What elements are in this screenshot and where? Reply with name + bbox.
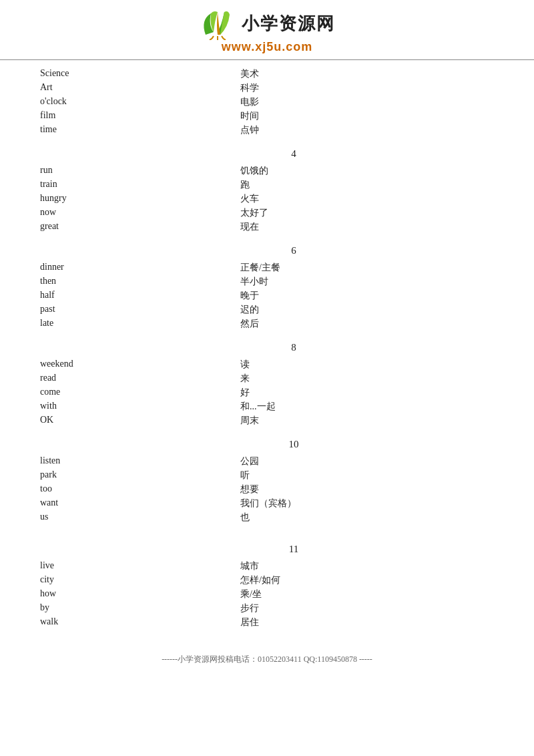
word-row: run饥饿的 bbox=[40, 165, 494, 177]
chinese-word-0-3: 时间 bbox=[187, 110, 259, 122]
word-row: by步行 bbox=[40, 602, 494, 614]
chinese-word-5-2: 乘/坐 bbox=[187, 588, 262, 600]
page-header: 小学资源网 www.xj5u.com bbox=[0, 0, 534, 60]
logo-leaf-icon bbox=[199, 7, 239, 40]
word-row: with和...一起 bbox=[40, 401, 494, 413]
logo-url: www.xj5u.com bbox=[222, 40, 312, 54]
word-row: late然后 bbox=[40, 318, 494, 330]
word-row: now太好了 bbox=[40, 207, 494, 219]
chinese-word-1-0: 饥饿的 bbox=[187, 165, 268, 177]
main-content: Science美术Art科学o'clock电影film时间time点钟4run饥… bbox=[0, 60, 534, 679]
word-row: how乘/坐 bbox=[40, 588, 494, 600]
english-word-0-3: film bbox=[40, 110, 187, 122]
chinese-word-1-3: 太好了 bbox=[187, 207, 268, 219]
chinese-word-5-4: 居住 bbox=[187, 616, 259, 628]
word-row: park听 bbox=[40, 469, 494, 482]
english-word-4-2: too bbox=[40, 484, 187, 496]
chinese-word-0-4: 点钟 bbox=[187, 124, 259, 136]
chinese-word-3-1: 来 bbox=[187, 373, 250, 385]
english-word-0-4: time bbox=[40, 124, 187, 136]
chinese-word-1-1: 跑 bbox=[187, 179, 250, 191]
english-word-5-2: how bbox=[40, 588, 187, 600]
word-row: read来 bbox=[40, 373, 494, 385]
word-row: Science美术 bbox=[40, 68, 494, 80]
section-4: 10listen公园park听too想要want我们（宾格）us也 bbox=[40, 439, 494, 524]
logo-top: 小学资源网 bbox=[199, 7, 335, 40]
chinese-word-2-1: 半小时 bbox=[187, 276, 268, 288]
chinese-word-5-1: 怎样/如何 bbox=[187, 574, 280, 586]
section-3: 8weekend读read来come好with和...一起OK周末 bbox=[40, 342, 494, 427]
chinese-word-3-4: 周末 bbox=[187, 415, 259, 427]
english-word-0-0: Science bbox=[40, 68, 187, 80]
english-word-4-4: us bbox=[40, 512, 187, 524]
chinese-word-0-0: 美术 bbox=[187, 68, 259, 80]
word-row: OK周末 bbox=[40, 415, 494, 427]
chinese-word-3-0: 读 bbox=[187, 359, 250, 371]
english-word-1-4: great bbox=[40, 221, 187, 233]
english-word-1-2: hungry bbox=[40, 193, 187, 205]
english-word-4-1: park bbox=[40, 469, 187, 482]
section-0: Science美术Art科学o'clock电影film时间time点钟 bbox=[40, 68, 494, 136]
word-row: then半小时 bbox=[40, 276, 494, 288]
word-row: live城市 bbox=[40, 560, 494, 572]
chinese-word-0-2: 电影 bbox=[187, 96, 259, 108]
chinese-word-4-2: 想要 bbox=[187, 484, 259, 496]
word-row: come好 bbox=[40, 387, 494, 399]
section-2: 6dinner正餐/主餐then半小时half晚于past迟的late然后 bbox=[40, 245, 494, 330]
english-word-2-4: late bbox=[40, 318, 187, 330]
page-footer: ------小学资源网投稿电话：01052203411 QQ:110945087… bbox=[40, 648, 494, 665]
english-word-3-2: come bbox=[40, 387, 187, 399]
word-row: time点钟 bbox=[40, 124, 494, 136]
english-word-5-0: live bbox=[40, 560, 187, 572]
word-row: too想要 bbox=[40, 484, 494, 496]
english-word-2-3: past bbox=[40, 304, 187, 316]
chinese-word-2-3: 迟的 bbox=[187, 304, 259, 316]
english-word-0-1: Art bbox=[40, 82, 187, 94]
english-word-3-3: with bbox=[40, 401, 187, 413]
chinese-word-2-0: 正餐/主餐 bbox=[187, 262, 280, 274]
english-word-3-0: weekend bbox=[40, 359, 187, 371]
chinese-word-5-0: 城市 bbox=[187, 560, 259, 572]
chinese-word-1-4: 现在 bbox=[187, 221, 259, 233]
chinese-word-4-1: 听 bbox=[187, 469, 250, 482]
word-row: want我们（宾格） bbox=[40, 498, 494, 510]
word-row: hungry火车 bbox=[40, 193, 494, 205]
word-row: train跑 bbox=[40, 179, 494, 191]
section-5: 11live城市city怎样/如何how乘/坐by步行walk居住 bbox=[40, 544, 494, 628]
word-row: past迟的 bbox=[40, 304, 494, 316]
word-row: half晚于 bbox=[40, 290, 494, 302]
word-row: Art科学 bbox=[40, 82, 494, 94]
english-word-4-3: want bbox=[40, 498, 187, 510]
chinese-word-3-3: 和...一起 bbox=[187, 401, 276, 413]
chinese-word-2-4: 然后 bbox=[187, 318, 259, 330]
chinese-word-0-1: 科学 bbox=[187, 82, 259, 94]
english-word-3-4: OK bbox=[40, 415, 187, 427]
section-number-4: 10 bbox=[93, 439, 494, 450]
english-word-2-1: then bbox=[40, 276, 187, 288]
english-word-3-1: read bbox=[40, 373, 187, 385]
chinese-word-2-2: 晚于 bbox=[187, 290, 259, 302]
word-row: dinner正餐/主餐 bbox=[40, 262, 494, 274]
section-number-5: 11 bbox=[93, 544, 494, 555]
word-row: listen公园 bbox=[40, 455, 494, 467]
word-row: city怎样/如何 bbox=[40, 574, 494, 586]
word-row: us也 bbox=[40, 512, 494, 524]
section-1: 4run饥饿的train跑hungry火车now太好了great现在 bbox=[40, 148, 494, 233]
word-row: film时间 bbox=[40, 110, 494, 122]
chinese-word-5-3: 步行 bbox=[187, 602, 259, 614]
word-row: walk居住 bbox=[40, 616, 494, 628]
english-word-4-0: listen bbox=[40, 455, 187, 467]
chinese-word-3-2: 好 bbox=[187, 387, 250, 399]
logo-title: 小学资源网 bbox=[242, 12, 335, 35]
english-word-5-3: by bbox=[40, 602, 187, 614]
english-word-5-1: city bbox=[40, 574, 187, 586]
chinese-word-1-2: 火车 bbox=[187, 193, 259, 205]
word-row: great现在 bbox=[40, 221, 494, 233]
english-word-1-3: now bbox=[40, 207, 187, 219]
english-word-2-2: half bbox=[40, 290, 187, 302]
chinese-word-4-3: 我们（宾格） bbox=[187, 498, 296, 510]
english-word-1-0: run bbox=[40, 165, 187, 177]
word-row: o'clock电影 bbox=[40, 96, 494, 108]
english-word-5-4: walk bbox=[40, 616, 187, 628]
section-number-2: 6 bbox=[93, 245, 494, 256]
